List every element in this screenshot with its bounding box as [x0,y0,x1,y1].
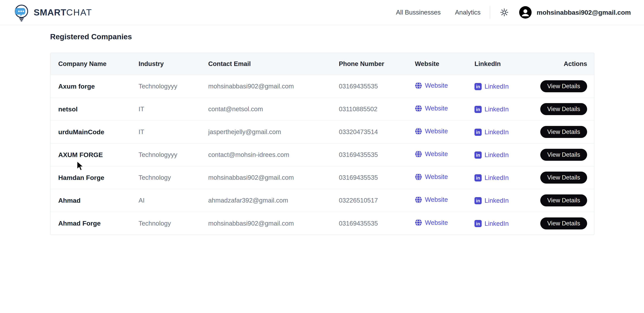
linkedin-link[interactable]: in LinkedIn [474,151,509,159]
linkedin-cell: in LinkedIn [474,75,534,98]
linkedin-link-label: LinkedIn [484,151,509,159]
company-name-cell: AXUM FORGE [50,143,138,166]
contact-email-cell: mohsinabbasi902@gmail.com [208,75,339,98]
phone-number-cell: 03169435535 [339,212,415,235]
website-link-label: Website [425,219,448,226]
website-link-label: Website [425,173,448,180]
company-name-cell: Hamdan Forge [50,166,138,189]
linkedin-icon: in [474,174,482,182]
linkedin-link[interactable]: in LinkedIn [474,220,509,227]
view-details-button[interactable]: View Details [540,218,587,230]
table-header: Company Name Industry Contact Email Phon… [50,53,594,75]
view-details-button[interactable]: View Details [540,126,587,138]
linkedin-link[interactable]: in LinkedIn [474,197,509,204]
phone-number-cell: 03169435535 [339,143,415,166]
contact-email-cell: mohsinabbasi902@gmail.com [208,212,339,235]
avatar-button[interactable] [519,6,532,18]
website-link[interactable]: Website [415,82,448,89]
table-row: Axum forge Technologyyy mohsinabbasi902@… [50,75,594,98]
column-header-industry: Industry [138,53,208,75]
phone-number-cell: 03169435535 [339,75,415,98]
linkedin-icon: in [474,152,482,159]
table-row: Ahmad AI ahmadzafar392@gmail.com 0322651… [50,189,594,212]
industry-cell: Technologyyy [138,75,208,98]
nav-divider [490,6,490,19]
linkedin-link-label: LinkedIn [484,106,509,113]
linkedin-cell: in LinkedIn [474,120,534,143]
table-row: netsol IT contat@netsol.com 03110885502 … [50,98,594,120]
view-details-button[interactable]: View Details [540,194,587,206]
linkedin-icon: in [474,106,482,113]
smartchat-logo-icon [12,3,30,22]
industry-cell: Technologyyy [138,143,208,166]
actions-cell: View Details [534,212,594,235]
column-header-actions: Actions [534,53,594,75]
company-name-cell: Axum forge [50,75,138,98]
company-name-cell: Ahmad Forge [50,212,138,235]
linkedin-icon: in [474,197,482,204]
website-cell: Website [415,98,474,120]
website-cell: Website [415,212,474,235]
website-link[interactable]: Website [415,173,448,180]
actions-cell: View Details [534,143,594,166]
actions-cell: View Details [534,120,594,143]
table-body: Axum forge Technologyyy mohsinabbasi902@… [50,75,594,235]
contact-email-cell: contact@mohsin-idrees.com [208,143,339,166]
website-link[interactable]: Website [415,128,448,135]
website-cell: Website [415,120,474,143]
website-cell: Website [415,75,474,98]
phone-number-cell: 03320473514 [339,120,415,143]
industry-cell: IT [138,98,208,120]
user-icon [519,6,532,18]
linkedin-link[interactable]: in LinkedIn [474,83,509,90]
linkedin-link-label: LinkedIn [484,174,509,182]
column-header-email: Contact Email [208,53,339,75]
linkedin-icon: in [474,220,482,227]
industry-cell: IT [138,120,208,143]
company-name-cell: urduMainCode [50,120,138,143]
website-link[interactable]: Website [415,219,448,226]
linkedin-link[interactable]: in LinkedIn [474,106,509,113]
industry-cell: Technology [138,166,208,189]
view-details-button[interactable]: View Details [540,80,587,92]
page-title: Registered Companies [50,32,594,41]
website-link-label: Website [425,150,448,158]
linkedin-icon: in [474,129,482,136]
main-content: Registered Companies Company Name Indust… [0,32,644,235]
theme-toggle-button[interactable] [500,8,509,17]
linkedin-icon: in [474,83,482,90]
nav-link-all-businesses[interactable]: All Bussinesses [396,9,440,16]
globe-icon [415,173,422,180]
brand-name: SMARTCHAT [34,7,92,18]
contact-email-cell: ahmadzafar392@gmail.com [208,189,339,212]
table-row: Ahmad Forge Technology mohsinabbasi902@g… [50,212,594,235]
view-details-button[interactable]: View Details [540,103,587,115]
companies-table: Company Name Industry Contact Email Phon… [50,53,594,235]
linkedin-link[interactable]: in LinkedIn [474,174,509,182]
brand-name-bold: SMART [34,7,66,18]
linkedin-link[interactable]: in LinkedIn [474,128,509,136]
account-email: mohsinabbasi902@gmail.com [536,9,631,16]
linkedin-cell: in LinkedIn [474,143,534,166]
contact-email-cell: mohsinabbasi902@gmail.com [208,166,339,189]
website-link[interactable]: Website [415,150,448,158]
actions-cell: View Details [534,98,594,120]
phone-number-cell: 03169435535 [339,166,415,189]
linkedin-cell: in LinkedIn [474,212,534,235]
column-header-linkedin: LinkedIn [474,53,534,75]
website-link[interactable]: Website [415,105,448,112]
sun-icon [500,8,509,17]
linkedin-cell: in LinkedIn [474,98,534,120]
phone-number-cell: 03110885502 [339,98,415,120]
phone-number-cell: 03226510517 [339,189,415,212]
view-details-button[interactable]: View Details [540,149,587,161]
linkedin-link-label: LinkedIn [484,83,509,90]
linkedin-link-label: LinkedIn [484,128,509,136]
nav-link-analytics[interactable]: Analytics [455,9,480,16]
column-header-company: Company Name [50,53,138,75]
brand[interactable]: SMARTCHAT [12,3,92,22]
table-row: AXUM FORGE Technologyyy contact@mohsin-i… [50,143,594,166]
website-link[interactable]: Website [415,196,448,203]
view-details-button[interactable]: View Details [540,172,587,184]
contact-email-cell: jasperthejelly@gmail.com [208,120,339,143]
